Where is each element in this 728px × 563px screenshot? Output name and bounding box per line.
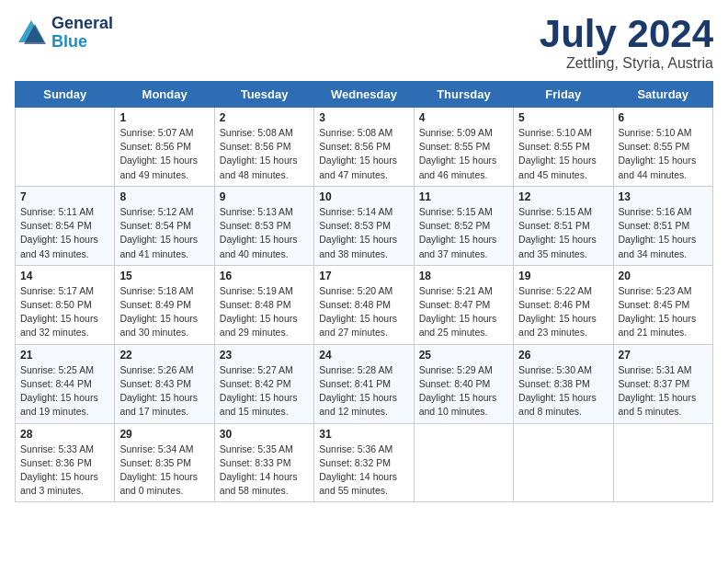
day-number: 17 bbox=[319, 270, 408, 282]
calendar-cell: 21Sunrise: 5:25 AMSunset: 8:44 PMDayligh… bbox=[16, 344, 115, 423]
calendar-cell: 17Sunrise: 5:20 AMSunset: 8:48 PMDayligh… bbox=[314, 265, 414, 344]
day-info: Sunrise: 5:14 AMSunset: 8:53 PMDaylight:… bbox=[319, 205, 408, 261]
calendar-table: SundayMondayTuesdayWednesdayThursdayFrid… bbox=[15, 81, 713, 502]
day-number: 29 bbox=[119, 428, 209, 441]
logo: General Blue bbox=[15, 15, 113, 52]
day-number: 31 bbox=[319, 428, 408, 441]
calendar-body: 1Sunrise: 5:07 AMSunset: 8:56 PMDaylight… bbox=[16, 108, 713, 502]
day-number: 12 bbox=[518, 190, 608, 203]
calendar-cell bbox=[514, 423, 613, 502]
day-info: Sunrise: 5:28 AMSunset: 8:41 PMDaylight:… bbox=[319, 363, 408, 419]
calendar-cell: 3Sunrise: 5:08 AMSunset: 8:56 PMDaylight… bbox=[314, 108, 414, 187]
day-number: 3 bbox=[319, 111, 408, 124]
day-info: Sunrise: 5:08 AMSunset: 8:56 PMDaylight:… bbox=[220, 126, 309, 182]
calendar-cell bbox=[16, 108, 115, 187]
header-day: Wednesday bbox=[314, 82, 414, 108]
day-info: Sunrise: 5:20 AMSunset: 8:48 PMDaylight:… bbox=[319, 284, 408, 340]
calendar-cell: 19Sunrise: 5:22 AMSunset: 8:46 PMDayligh… bbox=[514, 265, 613, 344]
day-info: Sunrise: 5:36 AMSunset: 8:32 PMDaylight:… bbox=[319, 442, 408, 499]
day-info: Sunrise: 5:16 AMSunset: 8:51 PMDaylight:… bbox=[619, 205, 708, 261]
day-info: Sunrise: 5:11 AMSunset: 8:54 PMDaylight:… bbox=[20, 205, 109, 261]
day-number: 27 bbox=[619, 349, 708, 362]
location-subtitle: Zettling, Styria, Austria bbox=[540, 55, 713, 72]
day-number: 20 bbox=[619, 270, 708, 282]
calendar-cell: 15Sunrise: 5:18 AMSunset: 8:49 PMDayligh… bbox=[115, 265, 214, 344]
calendar-cell: 11Sunrise: 5:15 AMSunset: 8:52 PMDayligh… bbox=[414, 186, 513, 265]
calendar-cell: 9Sunrise: 5:13 AMSunset: 8:53 PMDaylight… bbox=[214, 186, 313, 265]
calendar-cell: 1Sunrise: 5:07 AMSunset: 8:56 PMDaylight… bbox=[115, 108, 214, 187]
calendar-cell: 23Sunrise: 5:27 AMSunset: 8:42 PMDayligh… bbox=[214, 344, 313, 423]
day-info: Sunrise: 5:21 AMSunset: 8:47 PMDaylight:… bbox=[419, 284, 508, 340]
title-area: July 2024 Zettling, Styria, Austria bbox=[540, 15, 713, 72]
page-header: General Blue July 2024 Zettling, Styria,… bbox=[15, 15, 713, 72]
day-number: 4 bbox=[419, 111, 508, 124]
day-number: 6 bbox=[619, 111, 708, 124]
day-info: Sunrise: 5:18 AMSunset: 8:49 PMDaylight:… bbox=[119, 284, 209, 340]
day-number: 16 bbox=[220, 270, 309, 282]
day-number: 22 bbox=[119, 349, 209, 362]
calendar-week-row: 7Sunrise: 5:11 AMSunset: 8:54 PMDaylight… bbox=[16, 186, 713, 265]
header-day: Monday bbox=[115, 82, 214, 108]
day-info: Sunrise: 5:27 AMSunset: 8:42 PMDaylight:… bbox=[220, 363, 309, 419]
calendar-cell: 31Sunrise: 5:36 AMSunset: 8:32 PMDayligh… bbox=[314, 423, 414, 502]
day-info: Sunrise: 5:12 AMSunset: 8:54 PMDaylight:… bbox=[119, 205, 209, 261]
calendar-cell: 2Sunrise: 5:08 AMSunset: 8:56 PMDaylight… bbox=[214, 108, 313, 187]
calendar-cell: 29Sunrise: 5:34 AMSunset: 8:35 PMDayligh… bbox=[115, 423, 214, 502]
day-info: Sunrise: 5:30 AMSunset: 8:38 PMDaylight:… bbox=[518, 363, 608, 419]
calendar-cell: 8Sunrise: 5:12 AMSunset: 8:54 PMDaylight… bbox=[115, 186, 214, 265]
day-info: Sunrise: 5:25 AMSunset: 8:44 PMDaylight:… bbox=[20, 363, 109, 419]
calendar-cell: 14Sunrise: 5:17 AMSunset: 8:50 PMDayligh… bbox=[16, 265, 115, 344]
month-title: July 2024 bbox=[540, 15, 713, 53]
day-number: 19 bbox=[518, 270, 608, 282]
day-info: Sunrise: 5:15 AMSunset: 8:51 PMDaylight:… bbox=[518, 205, 608, 261]
day-info: Sunrise: 5:34 AMSunset: 8:35 PMDaylight:… bbox=[119, 442, 209, 499]
header-day: Friday bbox=[514, 82, 613, 108]
day-info: Sunrise: 5:17 AMSunset: 8:50 PMDaylight:… bbox=[20, 284, 109, 340]
day-info: Sunrise: 5:33 AMSunset: 8:36 PMDaylight:… bbox=[20, 442, 109, 499]
day-info: Sunrise: 5:09 AMSunset: 8:55 PMDaylight:… bbox=[419, 126, 508, 182]
day-info: Sunrise: 5:15 AMSunset: 8:52 PMDaylight:… bbox=[419, 205, 508, 261]
day-number: 14 bbox=[20, 270, 109, 282]
day-number: 10 bbox=[319, 190, 408, 203]
logo-line1: General bbox=[51, 15, 113, 33]
day-info: Sunrise: 5:22 AMSunset: 8:46 PMDaylight:… bbox=[518, 284, 608, 340]
logo-icon bbox=[15, 17, 48, 50]
day-info: Sunrise: 5:08 AMSunset: 8:56 PMDaylight:… bbox=[319, 126, 408, 182]
day-info: Sunrise: 5:10 AMSunset: 8:55 PMDaylight:… bbox=[518, 126, 608, 182]
day-number: 1 bbox=[119, 111, 209, 124]
header-day: Saturday bbox=[613, 82, 712, 108]
day-info: Sunrise: 5:19 AMSunset: 8:48 PMDaylight:… bbox=[220, 284, 309, 340]
header-day: Tuesday bbox=[214, 82, 313, 108]
calendar-cell: 25Sunrise: 5:29 AMSunset: 8:40 PMDayligh… bbox=[414, 344, 513, 423]
day-info: Sunrise: 5:07 AMSunset: 8:56 PMDaylight:… bbox=[119, 126, 209, 182]
calendar-cell bbox=[613, 423, 712, 502]
day-number: 9 bbox=[220, 190, 309, 203]
calendar-cell: 13Sunrise: 5:16 AMSunset: 8:51 PMDayligh… bbox=[613, 186, 712, 265]
day-number: 11 bbox=[419, 190, 508, 203]
day-number: 26 bbox=[518, 349, 608, 362]
calendar-cell: 6Sunrise: 5:10 AMSunset: 8:55 PMDaylight… bbox=[613, 108, 712, 187]
day-number: 15 bbox=[119, 270, 209, 282]
day-info: Sunrise: 5:31 AMSunset: 8:37 PMDaylight:… bbox=[619, 363, 708, 419]
calendar-week-row: 28Sunrise: 5:33 AMSunset: 8:36 PMDayligh… bbox=[16, 423, 713, 502]
calendar-header-row: SundayMondayTuesdayWednesdayThursdayFrid… bbox=[16, 82, 713, 108]
day-number: 28 bbox=[20, 428, 109, 441]
calendar-cell: 7Sunrise: 5:11 AMSunset: 8:54 PMDaylight… bbox=[16, 186, 115, 265]
calendar-cell: 20Sunrise: 5:23 AMSunset: 8:45 PMDayligh… bbox=[613, 265, 712, 344]
calendar-week-row: 1Sunrise: 5:07 AMSunset: 8:56 PMDaylight… bbox=[16, 108, 713, 187]
day-number: 13 bbox=[619, 190, 708, 203]
day-number: 24 bbox=[319, 349, 408, 362]
calendar-cell: 4Sunrise: 5:09 AMSunset: 8:55 PMDaylight… bbox=[414, 108, 513, 187]
day-info: Sunrise: 5:23 AMSunset: 8:45 PMDaylight:… bbox=[619, 284, 708, 340]
calendar-cell: 28Sunrise: 5:33 AMSunset: 8:36 PMDayligh… bbox=[16, 423, 115, 502]
logo-text: General Blue bbox=[51, 15, 113, 52]
calendar-cell: 27Sunrise: 5:31 AMSunset: 8:37 PMDayligh… bbox=[613, 344, 712, 423]
header-day: Thursday bbox=[414, 82, 513, 108]
day-info: Sunrise: 5:35 AMSunset: 8:33 PMDaylight:… bbox=[220, 442, 309, 499]
calendar-week-row: 21Sunrise: 5:25 AMSunset: 8:44 PMDayligh… bbox=[16, 344, 713, 423]
header-day: Sunday bbox=[16, 82, 115, 108]
day-number: 25 bbox=[419, 349, 508, 362]
calendar-cell: 5Sunrise: 5:10 AMSunset: 8:55 PMDaylight… bbox=[514, 108, 613, 187]
calendar-cell: 10Sunrise: 5:14 AMSunset: 8:53 PMDayligh… bbox=[314, 186, 414, 265]
day-info: Sunrise: 5:10 AMSunset: 8:55 PMDaylight:… bbox=[619, 126, 708, 182]
